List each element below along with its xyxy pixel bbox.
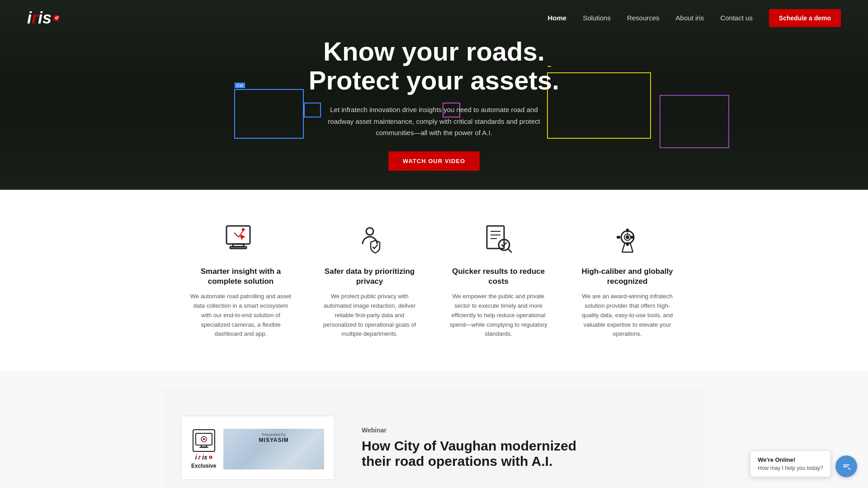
nav-contact[interactable]: Contact us: [720, 14, 753, 22]
svg-marker-10: [240, 235, 245, 240]
svg-line-24: [622, 243, 625, 252]
webinar-exclusive-label: Exclusive: [191, 463, 216, 469]
feature-card-quicker-results: Quicker results to reduce costs We empow…: [443, 217, 554, 343]
feature-card-smarter-insight: Smarter insight with a complete solution…: [185, 217, 296, 343]
logo-eye-icon: [52, 14, 61, 22]
svg-rect-20: [626, 229, 629, 232]
feature-desc-smarter-insight: We automate road patrolling and asset da…: [190, 292, 292, 339]
feature-card-safer-data: Safer data by prioritizing privacy We pr…: [314, 217, 425, 343]
webinar-card-inner: i r is Exclusive Presented by MISYASIM: [181, 416, 334, 479]
svg-line-17: [508, 249, 511, 252]
svg-point-9: [242, 228, 245, 231]
webinar-label: Webinar: [362, 427, 687, 434]
feature-title-high-caliber: High-caliber and globally recognized: [576, 267, 678, 286]
svg-rect-21: [626, 242, 629, 246]
safer-data-icon: [352, 221, 388, 258]
webinar-title: How City of Vaughan modernized their roa…: [362, 438, 687, 469]
nav-home[interactable]: Home: [547, 14, 566, 22]
feature-title-quicker-results: Quicker results to reduce costs: [448, 267, 549, 286]
high-caliber-icon: [609, 221, 646, 258]
hero-title: Know your roads. Protect your assets.: [309, 37, 559, 95]
svg-rect-4: [226, 226, 250, 244]
feature-desc-safer-data: We protect public privacy with automated…: [319, 292, 420, 339]
webinar-presented-by: Presented by MISYASIM: [223, 432, 324, 443]
svg-point-11: [366, 228, 373, 235]
navbar: iris Home Solutions Resources About iris…: [0, 0, 868, 36]
smarter-insight-icon: [223, 221, 259, 258]
watch-video-button[interactable]: WATCH OUR VIDEO: [388, 151, 480, 171]
features-section: Smarter insight with a complete solution…: [0, 190, 868, 371]
svg-rect-31: [199, 447, 208, 448]
svg-marker-33: [203, 438, 206, 441]
chat-online-sub: How may I help you today?: [758, 465, 823, 471]
nav-cta[interactable]: Schedule a demo: [769, 9, 841, 27]
webinar-card: i r is Exclusive Presented by MISYASIM: [181, 416, 335, 480]
webinar-monitor-icon: i r is Exclusive: [191, 429, 216, 469]
nav-links: Home Solutions Resources About iris Cont…: [547, 9, 841, 27]
svg-rect-22: [617, 236, 620, 239]
nav-about[interactable]: About iris: [676, 14, 704, 22]
webinar-container: i r is Exclusive Presented by MISYASIM: [163, 389, 705, 488]
quicker-results-icon: [481, 221, 517, 258]
webinar-monitor-frame: [193, 429, 215, 452]
nav-resources[interactable]: Resources: [627, 14, 660, 22]
chat-online-title: We're Online!: [758, 456, 823, 463]
webinar-iris-logo: i r is: [195, 454, 212, 461]
feature-desc-high-caliber: We are an award-winning infratech soluti…: [576, 292, 678, 339]
svg-rect-30: [201, 445, 207, 447]
svg-rect-6: [230, 247, 246, 249]
webinar-content: Webinar How City of Vaughan modernized t…: [362, 427, 687, 469]
feature-title-safer-data: Safer data by prioritizing privacy: [319, 267, 420, 286]
svg-rect-23: [630, 236, 634, 239]
svg-point-27: [626, 235, 629, 239]
chat-widget: We're Online! How may I help you today?: [750, 450, 857, 477]
schedule-demo-button[interactable]: Schedule a demo: [769, 9, 841, 27]
svg-point-3: [57, 16, 58, 17]
hero-content: Know your roads. Protect your assets. Le…: [300, 37, 568, 170]
logo[interactable]: iris: [27, 9, 61, 28]
svg-line-7: [234, 233, 239, 237]
nav-solutions[interactable]: Solutions: [583, 14, 611, 22]
webinar-map-image: Presented by MISYASIM: [223, 429, 324, 469]
svg-line-25: [630, 243, 633, 252]
hero-subtitle: Let infratech innovation drive insights …: [326, 104, 542, 139]
chat-bubble: We're Online! How may I help you today?: [750, 450, 831, 477]
feature-card-high-caliber: High-caliber and globally recognized We …: [572, 217, 683, 343]
chat-open-button[interactable]: [835, 455, 857, 477]
feature-desc-quicker-results: We empower the public and private sector…: [448, 292, 549, 339]
svg-point-2: [56, 18, 57, 19]
svg-point-35: [210, 457, 211, 458]
webinar-section: i r is Exclusive Presented by MISYASIM: [0, 371, 868, 488]
feature-title-smarter-insight: Smarter insight with a complete solution: [190, 267, 292, 286]
features-grid: Smarter insight with a complete solution…: [185, 217, 683, 343]
